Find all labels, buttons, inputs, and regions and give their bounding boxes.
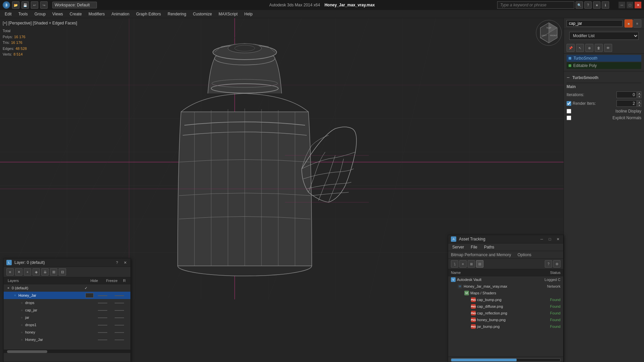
asset-row[interactable]: M Maps / Shaders <box>448 290 563 296</box>
menu-edit[interactable]: Edit <box>1 11 15 17</box>
info-icon[interactable]: ℹ <box>602 1 609 9</box>
asset-row[interactable]: PNG cap_diffuse.png Found <box>448 303 563 310</box>
asset-minimize-button[interactable]: ─ <box>539 236 544 242</box>
menu-tools[interactable]: Tools <box>15 11 31 17</box>
menu-rendering[interactable]: Rendering <box>164 11 189 17</box>
layer-name: Honey_Jar <box>25 338 43 342</box>
search-icon[interactable]: 🔍 <box>576 1 583 9</box>
asset-row[interactable]: M Honey_Jar_max_vray.max Network <box>448 283 563 290</box>
asset-row[interactable]: PNG cap_bump.png Found <box>448 296 563 303</box>
asset-list-btn[interactable]: ≡ <box>459 260 467 268</box>
render-iters-down[interactable]: ▼ <box>637 103 641 107</box>
workspace-dropdown[interactable]: Workspace: Default <box>52 2 97 8</box>
layer-name: 0 (default) <box>12 286 28 290</box>
redo-button[interactable]: ↪ <box>40 1 48 9</box>
asset-grid-btn[interactable]: ⊟ <box>476 260 483 268</box>
menu-group[interactable]: Group <box>31 11 49 17</box>
menu-views[interactable]: Views <box>49 11 66 17</box>
layer-row[interactable]: ○ honey <box>4 329 130 336</box>
asset-content[interactable]: V Autodesk Vault Logged C M Honey_Jar_ma… <box>448 276 563 357</box>
close-button[interactable]: ✕ <box>635 2 641 8</box>
layers-scrollbar[interactable] <box>4 350 130 353</box>
minimize-button[interactable]: ─ <box>619 2 625 8</box>
menu-graph-editors[interactable]: Graph Editors <box>133 11 164 17</box>
maximize-button[interactable]: □ <box>627 2 633 8</box>
menu-create[interactable]: Create <box>66 11 85 17</box>
render-iters-input[interactable] <box>617 100 637 107</box>
menu-customize[interactable]: Customize <box>189 11 215 17</box>
freeze-col-label: Freeze <box>103 279 121 283</box>
modifier-editable-poly[interactable]: Editable Poly <box>567 62 641 69</box>
search-input[interactable] <box>497 1 574 9</box>
help-icon[interactable]: ? <box>584 1 592 9</box>
modifier-turbosmooth[interactable]: TurboSmooth <box>567 55 641 62</box>
asset-row[interactable]: PNG cap_reflection.png Found <box>448 310 563 316</box>
layer-hide-drops <box>94 301 111 305</box>
layer-row[interactable]: ≡ 0 (default) ✓ <box>4 284 130 292</box>
asset-row[interactable]: V Autodesk Vault Logged C <box>448 276 563 283</box>
layer-freeze-honey <box>111 330 128 334</box>
menu-modifiers[interactable]: Modifiers <box>85 11 108 17</box>
pin-icon[interactable]: 📌 <box>567 44 575 52</box>
cursor-icon[interactable]: ↖ <box>576 44 584 52</box>
star-icon[interactable]: ★ <box>593 1 600 9</box>
render-iters-checkbox[interactable] <box>567 101 571 106</box>
turbosmooth-collapse-btn[interactable]: − <box>567 75 570 81</box>
asset-menu-paths[interactable]: Paths <box>481 244 497 250</box>
menu-help[interactable]: Help <box>241 11 256 17</box>
asset-status: Found <box>537 311 561 315</box>
layer-row[interactable]: ○ cap_jar <box>4 306 130 314</box>
layers-delete-btn[interactable]: ✕ <box>15 268 22 276</box>
layer-row[interactable]: ○ drops <box>4 299 130 306</box>
iterations-up[interactable]: ▲ <box>637 91 641 95</box>
render-iters-up[interactable]: ▲ <box>637 100 641 103</box>
layer-name: Honey_Jar <box>18 293 36 297</box>
asset-help-btn[interactable]: ? <box>545 260 552 268</box>
object-name-input[interactable] <box>567 20 623 27</box>
layers-collapse-btn[interactable]: ⊟ <box>59 268 66 276</box>
asset-thumb-btn[interactable]: ⊞ <box>468 260 475 268</box>
asset-menu-server[interactable]: Server <box>450 244 467 250</box>
undo-button[interactable]: ↩ <box>31 1 38 9</box>
png-icon: PNG <box>471 317 476 322</box>
gizmo-icon[interactable]: ⊕ <box>585 44 593 52</box>
asset-menu-file[interactable]: File <box>468 244 480 250</box>
asset-import-btn[interactable]: ⤵ <box>451 260 458 268</box>
asset-maximize-button[interactable]: □ <box>547 236 552 242</box>
asset-row[interactable]: PNG jar_bump.png Found <box>448 323 563 330</box>
isoline-checkbox[interactable] <box>567 109 571 114</box>
open-button[interactable]: 📂 <box>12 1 19 9</box>
asset-close-button[interactable]: ✕ <box>555 236 561 242</box>
modifier-options-btn[interactable]: ≡ <box>633 19 641 27</box>
color-btn[interactable]: ■ <box>625 19 633 27</box>
asset-status: Logged C <box>537 278 561 282</box>
layer-row[interactable]: ○ Honey_Jar <box>4 336 130 343</box>
layer-name-area: ○ drops <box>6 301 94 305</box>
layers-icon-btn[interactable]: ≡ <box>6 268 14 276</box>
layers-add-btn[interactable]: + <box>24 268 31 276</box>
explicit-normals-checkbox[interactable] <box>567 116 571 120</box>
iterations-down[interactable]: ▼ <box>637 95 641 98</box>
viewport-cube[interactable]: TOP FRONT LEFT <box>535 19 562 46</box>
layer-row[interactable]: ○ jar <box>4 314 130 321</box>
show-hide-icon[interactable]: 👁 <box>604 44 612 52</box>
asset-settings-btn[interactable]: ⚙ <box>553 260 561 268</box>
layers-close-button[interactable]: ✕ <box>122 260 128 265</box>
layer-row[interactable]: ≡ Honey_Jar <box>4 292 130 299</box>
layers-help-button[interactable]: ? <box>114 260 120 265</box>
modifier-list-dropdown[interactable]: Modifier List <box>569 32 639 40</box>
menu-maxscript[interactable]: MAXScript <box>215 11 241 17</box>
menu-animation[interactable]: Animation <box>108 11 133 17</box>
layers-expand-btn[interactable]: ⊞ <box>50 268 57 276</box>
layer-box[interactable] <box>85 293 94 298</box>
iterations-input[interactable] <box>617 91 637 98</box>
save-button[interactable]: 💾 <box>21 1 29 9</box>
asset-options-label[interactable]: Options <box>518 252 531 257</box>
trash-icon[interactable]: 🗑 <box>595 44 603 52</box>
asset-row[interactable]: PNG honey_bump.png Found <box>448 316 563 323</box>
layer-row[interactable]: ○ drops1 <box>4 321 130 329</box>
layers-scroll-thumb[interactable] <box>7 350 47 353</box>
layers-select-btn[interactable]: ◈ <box>33 268 40 276</box>
layers-content[interactable]: ≡ 0 (default) ✓ ≡ Honey_Jar <box>4 284 130 350</box>
layers-merge-btn[interactable]: ⇊ <box>41 268 49 276</box>
